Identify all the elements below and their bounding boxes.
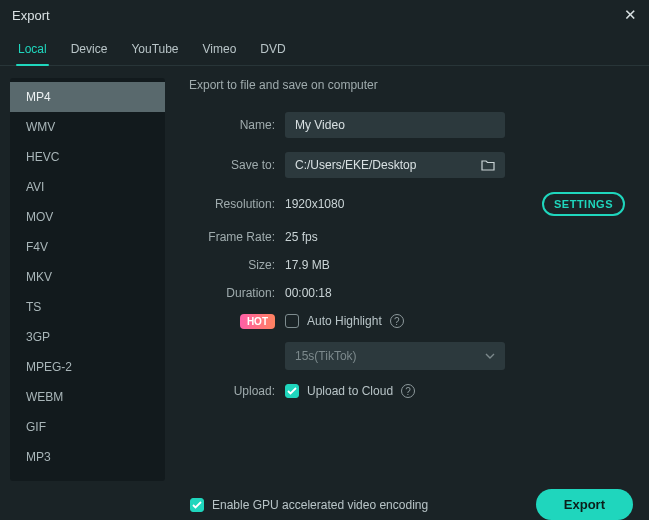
label-upload: Upload: — [189, 384, 275, 398]
window-title: Export — [12, 8, 50, 23]
label-duration: Duration: — [189, 286, 275, 300]
saveto-value: C:/Users/EKE/Desktop — [295, 158, 416, 172]
format-hevc[interactable]: HEVC — [10, 142, 165, 172]
format-mov[interactable]: MOV — [10, 202, 165, 232]
format-f4v[interactable]: F4V — [10, 232, 165, 262]
label-framerate: Frame Rate: — [189, 230, 275, 244]
format-mpeg-2[interactable]: MPEG-2 — [10, 352, 165, 382]
tab-youtube[interactable]: YouTube — [129, 36, 180, 65]
format-3gp[interactable]: 3GP — [10, 322, 165, 352]
format-gif[interactable]: GIF — [10, 412, 165, 442]
tab-dvd[interactable]: DVD — [258, 36, 287, 65]
name-input[interactable]: My Video — [285, 112, 505, 138]
saveto-input[interactable]: C:/Users/EKE/Desktop — [285, 152, 505, 178]
label-size: Size: — [189, 258, 275, 272]
auto-highlight-checkbox[interactable] — [285, 314, 299, 328]
format-avi[interactable]: AVI — [10, 172, 165, 202]
settings-button[interactable]: SETTINGS — [542, 192, 625, 216]
upload-cloud-checkbox[interactable] — [285, 384, 299, 398]
label-resolution: Resolution: — [189, 197, 275, 211]
gpu-checkbox[interactable] — [190, 498, 204, 512]
label-name: Name: — [189, 118, 275, 132]
label-saveto: Save to: — [189, 158, 275, 172]
framerate-value: 25 fps — [285, 230, 318, 244]
chevron-down-icon — [485, 353, 495, 359]
tab-local[interactable]: Local — [16, 36, 49, 65]
gpu-label: Enable GPU accelerated video encoding — [212, 498, 428, 512]
auto-highlight-label: Auto Highlight — [307, 314, 382, 328]
format-webm[interactable]: WEBM — [10, 382, 165, 412]
panel-heading: Export to file and save on computer — [189, 78, 625, 92]
format-mkv[interactable]: MKV — [10, 262, 165, 292]
tab-vimeo[interactable]: Vimeo — [201, 36, 239, 65]
highlight-preset-value: 15s(TikTok) — [295, 349, 357, 363]
tab-device[interactable]: Device — [69, 36, 110, 65]
format-ts[interactable]: TS — [10, 292, 165, 322]
format-mp3[interactable]: MP3 — [10, 442, 165, 472]
resolution-value: 1920x1080 — [285, 197, 344, 211]
help-icon[interactable]: ? — [390, 314, 404, 328]
format-sidebar: MP4WMVHEVCAVIMOVF4VMKVTS3GPMPEG-2WEBMGIF… — [10, 78, 165, 481]
name-value: My Video — [295, 118, 345, 132]
export-button[interactable]: Export — [536, 489, 633, 520]
hot-badge: HOT — [240, 314, 275, 329]
size-value: 17.9 MB — [285, 258, 330, 272]
format-wmv[interactable]: WMV — [10, 112, 165, 142]
help-icon[interactable]: ? — [401, 384, 415, 398]
close-icon[interactable]: ✕ — [624, 6, 637, 24]
upload-cloud-label: Upload to Cloud — [307, 384, 393, 398]
highlight-preset-dropdown[interactable]: 15s(TikTok) — [285, 342, 505, 370]
format-mp4[interactable]: MP4 — [10, 82, 165, 112]
folder-icon[interactable] — [481, 159, 495, 171]
tabbar: LocalDeviceYouTubeVimeoDVD — [0, 30, 649, 66]
duration-value: 00:00:18 — [285, 286, 332, 300]
